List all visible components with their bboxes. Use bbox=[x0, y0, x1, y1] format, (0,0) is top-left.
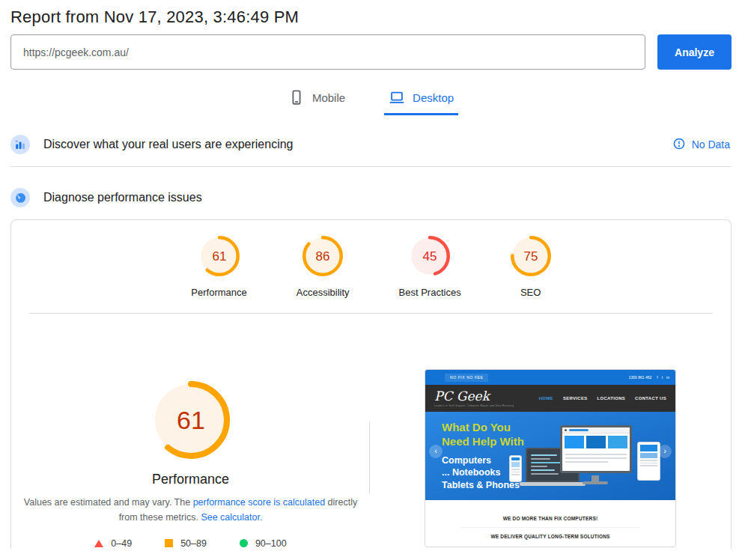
pass-circle-icon bbox=[240, 539, 248, 547]
screenshot-nav-home: HOME bbox=[539, 396, 553, 401]
average-square-icon bbox=[165, 539, 173, 547]
hero-heading-line1: What Do You bbox=[442, 420, 524, 434]
screenshot-logo: PC Geek bbox=[434, 390, 514, 403]
linkedin-icon: in bbox=[666, 375, 669, 380]
score-performance[interactable]: 61 Performance bbox=[191, 236, 246, 298]
category-scores-row: 61 Performance 86 Accessibility 45 Best … bbox=[11, 220, 731, 298]
carousel-prev-icon: ‹ bbox=[429, 445, 443, 458]
screenshot-nav: HOME SERVICES LOCATIONS CONTACT US bbox=[539, 396, 666, 401]
twitter-icon: t bbox=[662, 375, 663, 380]
field-data-heading: Discover what your real users are experi… bbox=[43, 138, 293, 151]
score-disclaimer: Values are estimated and may vary. The p… bbox=[22, 495, 360, 526]
average-range-label: 50–89 bbox=[180, 538, 207, 549]
tab-mobile-label: Mobile bbox=[312, 91, 345, 104]
svg-text:45: 45 bbox=[423, 249, 437, 264]
report-card: 61 Performance 86 Accessibility 45 Best … bbox=[10, 219, 732, 549]
score-best-practices[interactable]: 45 Best Practices bbox=[399, 236, 461, 298]
lab-data-heading: Diagnose performance issues bbox=[43, 191, 202, 204]
hero-sub-line3: Tablets & Phones bbox=[442, 479, 520, 491]
page-title: Report from Nov 17, 2023, 3:46:49 PM bbox=[10, 0, 732, 27]
svg-text:61: 61 bbox=[212, 249, 226, 264]
info-icon bbox=[673, 138, 685, 152]
monitor-graphic bbox=[560, 425, 632, 473]
legend-item-pass: 90–100 bbox=[240, 538, 287, 549]
accessibility-label: Accessibility bbox=[297, 287, 350, 298]
hero-sub-line1: Computers bbox=[442, 454, 520, 466]
performance-detail-section: 61 Performance Values are estimated and … bbox=[11, 314, 731, 549]
analyze-button[interactable]: Analyze bbox=[657, 34, 732, 70]
disclaimer-text-1: Values are estimated and may vary. The bbox=[24, 497, 193, 508]
screenshot-hero: What Do You Need Help With Computers ...… bbox=[425, 412, 675, 500]
fail-range-label: 0–49 bbox=[111, 538, 132, 549]
site-screenshot: NO FIX NO FEE 1300 861 462 f t in bbox=[425, 369, 676, 547]
screenshot-tagline: Leaders in Tech Support, Computer Repair… bbox=[434, 404, 514, 407]
screenshot-hero-heading: What Do You Need Help With bbox=[442, 420, 524, 448]
screenshot-logo-block: PC Geek Leaders in Tech Support, Compute… bbox=[434, 390, 514, 407]
screenshot-header: PC Geek Leaders in Tech Support, Compute… bbox=[425, 385, 675, 412]
url-input[interactable] bbox=[10, 34, 645, 70]
phone-graphic bbox=[509, 455, 522, 482]
screenshot-badge: NO FIX NO FEE bbox=[445, 374, 488, 382]
legend-item-fail: 0–49 bbox=[94, 538, 132, 549]
mobile-icon bbox=[288, 89, 305, 106]
screenshot-hero-sub: Computers ... Notebooks Tablets & Phones bbox=[442, 454, 520, 491]
seo-gauge: 75 bbox=[511, 236, 551, 279]
screenshot-footer-line2: WE DELIVER QUALITY LONG-TERM SOLUTIONS bbox=[425, 534, 675, 539]
screenshot-topbar-right: 1300 861 462 f t in bbox=[629, 375, 669, 380]
section-divider bbox=[10, 166, 732, 167]
devices-illustration bbox=[517, 421, 663, 496]
performance-detail-label: Performance bbox=[11, 472, 370, 487]
fail-triangle-icon bbox=[94, 540, 103, 547]
performance-label: Performance bbox=[191, 287, 246, 298]
pass-range-label: 90–100 bbox=[255, 538, 287, 549]
score-accessibility[interactable]: 86 Accessibility bbox=[297, 236, 350, 298]
diagnose-gauge-icon bbox=[10, 188, 30, 207]
hero-heading-line2: Need Help With bbox=[442, 434, 524, 448]
hero-sub-line2: ... Notebooks bbox=[442, 466, 520, 478]
field-data-section: Discover what your real users are experi… bbox=[10, 135, 732, 154]
accessibility-gauge: 86 bbox=[302, 236, 343, 279]
best-practices-gauge: 45 bbox=[410, 236, 450, 279]
screenshot-nav-services: SERVICES bbox=[563, 396, 588, 401]
tab-desktop[interactable]: Desktop bbox=[384, 86, 458, 115]
screenshot-footer: WE DO MORE THAN FIX COMPUTERS! WE DELIVE… bbox=[425, 500, 675, 539]
pagespeed-report: Report from Nov 17, 2023, 3:46:49 PM Ana… bbox=[0, 0, 742, 549]
screenshot-topbar: NO FIX NO FEE 1300 861 462 f t in bbox=[425, 370, 675, 385]
score-legend: 0–49 50–89 90–100 bbox=[11, 538, 370, 549]
performance-summary: 61 Performance Values are estimated and … bbox=[11, 314, 370, 549]
real-users-icon bbox=[10, 135, 30, 154]
svg-text:86: 86 bbox=[316, 249, 330, 264]
url-bar: Analyze bbox=[10, 34, 732, 70]
screenshot-footer-line1: WE DO MORE THAN FIX COMPUTERS! bbox=[425, 516, 675, 521]
legend-item-average: 50–89 bbox=[165, 538, 207, 549]
screenshot-social-icons: f t in bbox=[657, 375, 669, 380]
performance-gauge: 61 bbox=[199, 236, 240, 279]
seo-label: SEO bbox=[520, 287, 541, 298]
screenshot-phone: 1300 861 462 bbox=[629, 375, 652, 380]
final-screenshot-area: NO FIX NO FEE 1300 861 462 f t in bbox=[370, 314, 731, 549]
vertical-divider bbox=[369, 421, 370, 493]
tablet-graphic bbox=[637, 442, 660, 481]
desktop-icon bbox=[389, 89, 405, 106]
no-data-link[interactable]: No Data bbox=[673, 138, 732, 152]
score-seo[interactable]: 75 SEO bbox=[511, 236, 551, 298]
screenshot-nav-contact: CONTACT US bbox=[635, 396, 666, 401]
tab-desktop-label: Desktop bbox=[413, 91, 454, 104]
device-tabs: Mobile Desktop bbox=[10, 86, 732, 115]
best-practices-label: Best Practices bbox=[399, 287, 461, 298]
svg-text:61: 61 bbox=[177, 406, 205, 434]
no-data-label: No Data bbox=[692, 139, 730, 150]
svg-text:75: 75 bbox=[523, 249, 538, 264]
tab-mobile[interactable]: Mobile bbox=[284, 86, 350, 115]
calc-explainer-link[interactable]: performance score is calculated bbox=[193, 497, 325, 508]
performance-big-gauge: 61 bbox=[152, 381, 230, 462]
lab-data-section: Diagnose performance issues bbox=[10, 188, 732, 207]
screenshot-nav-locations: LOCATIONS bbox=[597, 396, 626, 401]
see-calculator-link[interactable]: See calculator. bbox=[201, 512, 262, 523]
facebook-icon: f bbox=[657, 375, 657, 380]
